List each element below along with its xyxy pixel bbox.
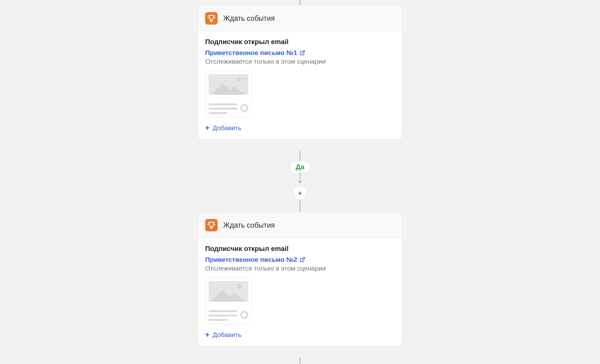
branch-yes-badge: Да	[290, 161, 310, 173]
plus-icon: +	[205, 331, 210, 339]
wait-event-card[interactable]: Ждать события Подписчик открыл email При…	[197, 5, 403, 139]
add-node-button[interactable]: +	[293, 186, 307, 200]
add-button-label: Добавить	[213, 124, 242, 132]
external-link-icon	[300, 257, 305, 262]
tracking-note: Отслеживается только в этом сценарии	[205, 58, 395, 65]
card-title: Ждать события	[223, 221, 275, 230]
card-title: Ждать события	[223, 14, 275, 23]
card-body: Подписчик открыл email Приветственное пи…	[198, 238, 402, 346]
wait-event-card[interactable]: Ждать события Подписчик открыл email При…	[197, 212, 403, 346]
external-link-icon	[300, 50, 305, 56]
lightbulb-icon	[205, 12, 218, 25]
event-title: Подписчик открыл email	[205, 38, 395, 46]
svg-point-4	[237, 78, 242, 82]
card-header: Ждать события	[198, 212, 402, 238]
email-link[interactable]: Приветственное письмо №2	[205, 256, 297, 263]
arrow-down-icon	[297, 179, 303, 186]
add-button-label: Добавить	[213, 331, 242, 339]
connector-line	[300, 200, 301, 212]
plus-icon: +	[205, 124, 210, 132]
svg-line-8	[214, 222, 215, 223]
card-body: Подписчик открыл email Приветственное пи…	[198, 31, 402, 139]
connector-line	[300, 151, 301, 162]
email-thumbnail[interactable]	[205, 278, 252, 324]
tracking-note: Отслеживается только в этом сценарии	[205, 265, 395, 272]
svg-line-7	[209, 222, 209, 223]
svg-line-2	[209, 16, 209, 16]
connector-line	[300, 357, 301, 364]
add-button[interactable]: + Добавить	[205, 331, 242, 339]
email-link[interactable]: Приветственное письмо №1	[205, 49, 297, 57]
event-title: Подписчик открыл email	[205, 245, 395, 253]
add-button[interactable]: + Добавить	[205, 124, 242, 132]
lightbulb-icon	[205, 219, 218, 231]
card-header: Ждать события	[198, 5, 402, 31]
svg-line-3	[214, 16, 215, 16]
svg-point-9	[237, 284, 242, 289]
email-thumbnail[interactable]	[205, 71, 252, 117]
